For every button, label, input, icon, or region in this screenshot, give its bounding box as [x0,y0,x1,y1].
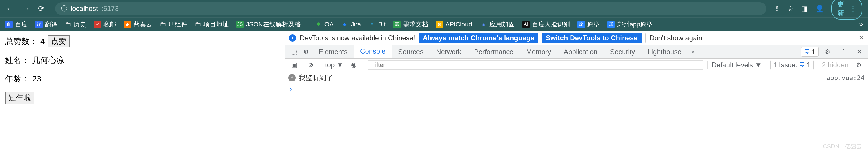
bookmark-item[interactable]: AI百度人脸识别 [522,20,570,29]
chat-icon: 🗨 [804,48,810,55]
tabs-overflow-icon[interactable]: » [688,48,698,55]
url-port: :5173 [101,5,119,13]
forward-button[interactable]: → [22,4,30,13]
console-prompt[interactable]: › [285,84,868,95]
hidden-count: 2 hidden [822,61,848,69]
console-output: 9 我监听到了 app.vue:24 › CSDN亿速云 [285,71,868,152]
page-content: 总赞数： 4 点赞 姓名： 几何心凉 年龄： 23 过年啦 [0,31,284,152]
age-value: 23 [32,74,41,83]
console-issues-pill[interactable]: 1 Issue: 🗨 1 [770,60,814,70]
bookmarks-bar: 百百度 译翻译 🗀历史 ✓私邮 ◆蓝奏云 🗀UI组件 🗀项目地址 JSJSON在… [0,17,868,31]
bookmark-item[interactable]: 百百度 [5,20,28,29]
sidebar-toggle-icon[interactable]: ▣ [288,61,301,69]
console-message-row: 9 我监听到了 app.vue:24 [285,71,868,84]
chat-icon: 🗨 [799,61,805,68]
bookmark-item[interactable]: 🗀历史 [65,20,86,29]
address-bar[interactable]: ⓘ localhost:5173 [55,2,766,15]
settings-gear-icon[interactable]: ⚙ [822,48,834,55]
banner-switch-language-button[interactable]: Switch DevTools to Chinese [542,33,642,43]
console-message-text: 我监听到了 [299,73,333,82]
device-toggle-icon[interactable]: ⧉ [301,48,312,55]
console-toolbar: ▣ ⊘ top ▼ ◉ Default levels ▼ 1 Issue: 🗨 … [285,59,868,71]
like-button[interactable]: 点赞 [48,35,69,48]
live-expression-icon[interactable]: ◉ [347,61,360,69]
folder-icon: 🗀 [195,21,201,28]
reload-button[interactable]: ⟳ [38,4,44,13]
age-label: 年龄： [5,73,29,84]
log-levels-selector[interactable]: Default levels ▼ [712,61,762,69]
bookmark-item[interactable]: 需需求文档 [393,20,428,29]
console-settings-gear-icon[interactable]: ⚙ [852,61,865,69]
message-count-badge: 9 [288,74,296,81]
bookmark-item[interactable]: ◈应用加固 [480,20,515,29]
tab-elements[interactable]: Elements [312,45,354,58]
likes-value: 4 [40,37,45,46]
folder-icon: 🗀 [160,21,166,28]
bookmark-item[interactable]: 郑郑州app原型 [607,20,653,29]
bookmark-item[interactable]: 🗀UI组件 [160,20,187,29]
tab-application[interactable]: Application [557,45,603,58]
watermark: CSDN亿速云 [823,143,862,150]
folder-icon: 🗀 [65,21,71,28]
site-info-icon[interactable]: ⓘ [61,4,67,13]
tab-security[interactable]: Security [604,45,642,58]
devtools-panel: i DevTools is now available in Chinese! … [284,31,868,152]
profile-icon[interactable]: 👤 [815,5,824,13]
bookmarks-overflow-icon[interactable]: » [859,21,863,28]
bookmark-star-icon[interactable]: ☆ [787,5,794,13]
bookmark-item[interactable]: ✓私邮 [94,20,116,29]
devtools-locale-banner: i DevTools is now available in Chinese! … [285,31,868,45]
back-button[interactable]: ← [6,4,14,13]
tab-console[interactable]: Console [354,45,392,58]
tab-memory[interactable]: Memory [520,45,558,58]
name-label: 姓名： [5,55,29,66]
update-button[interactable]: 更新⋮ [832,0,862,20]
bookmark-item[interactable]: ⊕APICloud [436,21,472,28]
tab-lighthouse[interactable]: Lighthouse [641,45,687,58]
url-host: localhost [71,5,98,13]
likes-label: 总赞数： [5,36,37,47]
info-icon: i [289,34,296,42]
bookmark-item[interactable]: 原原型 [578,20,600,29]
bookmark-item[interactable]: ◆蓝奏云 [124,20,152,29]
bookmark-item[interactable]: 🗀项目地址 [195,20,229,29]
close-icon[interactable]: ✕ [859,34,864,42]
console-filter-input[interactable] [368,60,703,70]
banner-text: DevTools is now available in Chinese! [300,34,415,42]
inspect-icon[interactable]: ⬚ [288,48,301,55]
devtools-tabs: ⬚ ⧉ Elements Console Sources Network Per… [285,45,868,59]
clear-console-icon[interactable]: ⊘ [305,61,317,69]
browser-toolbar: ← → ⟳ ⓘ localhost:5173 ⇪ ☆ ◨ 👤 更新⋮ [0,0,868,17]
share-icon[interactable]: ⇪ [774,5,780,13]
banner-match-language-button[interactable]: Always match Chrome's language [419,33,538,43]
birthday-button[interactable]: 过年啦 [5,92,34,104]
bookmark-item[interactable]: 译翻译 [35,20,58,29]
context-selector[interactable]: top ▼ [325,61,343,69]
close-devtools-icon[interactable]: ✕ [853,48,865,55]
issues-indicator[interactable]: 🗨1 [801,47,818,57]
bookmark-item[interactable]: ◆Jira [341,21,361,28]
tab-network[interactable]: Network [430,45,468,58]
kebab-menu-icon[interactable]: ⋮ [837,48,850,55]
extensions-icon[interactable]: ◨ [801,5,808,13]
bookmark-item[interactable]: JSJSON在线解析及格… [236,20,307,29]
source-link[interactable]: app.vue:24 [827,74,865,81]
bookmark-item[interactable]: ✱OA [315,21,334,28]
bookmark-item[interactable]: ≡Bit [369,21,386,28]
banner-dismiss-button[interactable]: Don't show again [645,32,707,44]
name-value: 几何心凉 [32,55,64,66]
tab-performance[interactable]: Performance [468,45,520,58]
tab-sources[interactable]: Sources [392,45,430,58]
